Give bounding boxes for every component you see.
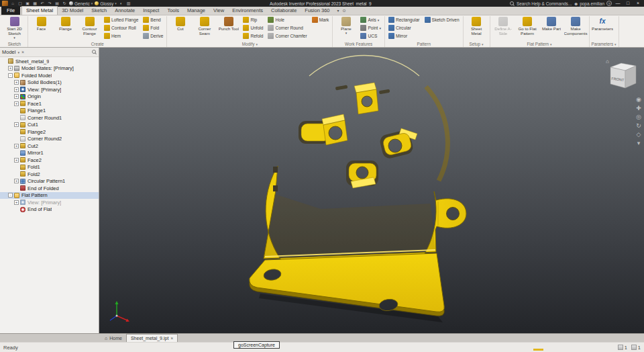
ribbon-tab-view[interactable]: View — [209, 7, 228, 15]
search-help-label[interactable]: Search Help & Commands... — [517, 1, 572, 6]
browser-node-flange2[interactable]: Flange2 — [0, 128, 99, 136]
print-icon[interactable]: ▤ — [54, 1, 60, 6]
search-icon[interactable] — [510, 1, 515, 6]
flange-button[interactable]: Flange — [54, 16, 76, 32]
look-at-icon[interactable]: ◇ — [635, 131, 643, 138]
ribbon-tab-manage[interactable]: Manage — [183, 7, 209, 15]
hole-button[interactable]: Hole — [266, 16, 308, 24]
browser-node-flange1[interactable]: Flange1 — [0, 107, 99, 115]
ribbon-tab-tools[interactable]: Tools — [163, 7, 183, 15]
save-icon[interactable]: ▦ — [32, 1, 38, 6]
ribbon-tab-environments[interactable]: Environments — [228, 7, 267, 15]
browser-node-view-primary[interactable]: +View: [Primary] — [0, 199, 99, 206]
browser-node-view-primary[interactable]: +View: [Primary] — [0, 86, 99, 93]
expand-icon[interactable]: + — [14, 144, 19, 148]
expand-icon[interactable]: + — [14, 200, 19, 205]
undo-icon[interactable]: ↶ — [40, 1, 45, 6]
ribbon-tab-file[interactable]: File — [1, 7, 20, 15]
new-file-icon[interactable]: ▢ — [17, 1, 23, 6]
close-button[interactable]: × — [634, 0, 642, 7]
bend-button[interactable]: Bend — [142, 16, 164, 24]
browser-node-circular-pattern1[interactable]: +Circular Pattern1 — [0, 178, 99, 185]
fold-button[interactable]: Fold — [142, 24, 164, 32]
help-icon[interactable]: ? — [606, 1, 612, 6]
browser-node-cut2[interactable]: +Cut2 — [0, 142, 99, 150]
group-label-modify[interactable]: Modify▾ — [169, 41, 330, 47]
navbar-menu-icon[interactable]: ▾ — [635, 140, 643, 146]
plane-button[interactable]: Plane▾ — [335, 16, 357, 34]
ucs-button[interactable]: UCS — [359, 32, 382, 40]
browser-node-solid-bodies-1[interactable]: +Solid Bodies(1) — [0, 79, 99, 87]
zoom-icon[interactable]: ◎ — [635, 114, 643, 120]
open-file-icon[interactable]: ▣ — [25, 1, 30, 6]
browser-node-sheet-metal-9[interactable]: Sheet_metal_9 — [0, 58, 99, 65]
document-tab-sheet-metal-9[interactable]: Sheet_metal_9.ipt × — [126, 334, 178, 342]
expand-icon[interactable]: + — [14, 122, 19, 127]
mark-button[interactable]: Mark — [311, 16, 331, 24]
punch-tool-button[interactable]: Punch Tool — [217, 16, 239, 32]
collapse-icon[interactable]: - — [8, 73, 13, 78]
expand-icon[interactable]: + — [14, 101, 19, 106]
appearance-dropdown[interactable]: Glossy ▾ — [95, 1, 116, 6]
mirror-button[interactable]: Mirror — [387, 32, 421, 40]
ribbon-tab-sheet-metal[interactable]: Sheet Metal — [21, 6, 58, 15]
browser-node-fold2[interactable]: Fold2 — [0, 171, 99, 178]
axis-button[interactable]: Axis▾ — [359, 16, 382, 24]
inventor-logo-icon[interactable] — [2, 1, 8, 6]
viewport[interactable]: ⌂ FRONT ◉✚◎↻◇▾ — [99, 48, 644, 333]
contour-roll-button[interactable]: Contour Roll — [103, 24, 140, 32]
browser-node-fold1[interactable]: Fold1 — [0, 164, 99, 171]
ribbon-display-toggle-icon[interactable]: ⊙ — [342, 7, 345, 15]
ribbon-tab-sketch[interactable]: Sketch — [87, 7, 111, 15]
browser-node-mirror1[interactable]: Mirror1 — [0, 150, 99, 157]
expand-icon[interactable]: + — [14, 80, 19, 85]
redo-icon[interactable]: ↷ — [47, 1, 52, 6]
browser-search-icon[interactable] — [92, 50, 97, 54]
make-components-button[interactable]: Make Components — [565, 16, 587, 36]
home-icon[interactable]: ⌂ — [10, 1, 15, 6]
update-icon[interactable]: ↻ — [62, 1, 67, 6]
browser-close-icon[interactable]: × — [21, 50, 24, 54]
expand-icon[interactable]: + — [14, 179, 19, 183]
user-account[interactable]: ☻ popa.emilian — [574, 1, 604, 6]
material-dropdown[interactable]: Generic ▾ — [69, 1, 93, 6]
ribbon-tab-annotate[interactable]: Annotate — [111, 7, 139, 15]
browser-node-face1[interactable]: +Face1 — [0, 100, 99, 107]
point-button[interactable]: Point▾ — [359, 24, 382, 32]
lofted-flange-button[interactable]: Lofted Flange — [103, 16, 140, 24]
ribbon-tab-collaborate[interactable]: Collaborate — [267, 7, 301, 15]
corner-seam-button[interactable]: Corner Seam — [193, 16, 215, 36]
group-label-setup[interactable]: Setup▾ — [466, 41, 488, 47]
browser-menu-arrow-icon[interactable]: ▾ — [17, 50, 19, 54]
ribbon-tab-fusion-360[interactable]: Fusion 360 — [301, 7, 333, 15]
browser-node-flat-pattern[interactable]: -Flat Pattern — [0, 192, 99, 200]
browser-node-end-of-flat[interactable]: End of Flat — [0, 206, 99, 214]
start-2d-sketch-button[interactable]: Start 2D Sketch▾ — [3, 16, 25, 39]
circular-button[interactable]: Circular — [387, 24, 421, 32]
measure-icon[interactable]: ▥ — [126, 1, 131, 6]
make-part-button[interactable]: Make Part — [541, 16, 563, 32]
browser-node-model-states-primary[interactable]: +Model States: [Primary] — [0, 65, 99, 73]
browser-node-folded-model[interactable]: -Folded Model — [0, 72, 99, 79]
adjust-appearance-icon[interactable]: ◐ — [119, 1, 124, 6]
browser-node-corner-round1[interactable]: Corner Round1 — [0, 114, 99, 122]
sketch-driven-button[interactable]: Sketch Driven — [423, 16, 461, 24]
face-button[interactable]: Face — [30, 16, 52, 32]
refold-button[interactable]: Refold — [241, 32, 264, 40]
browser-node-corner-round2[interactable]: Corner Round2 — [0, 136, 99, 143]
viewcube[interactable]: ⌂ FRONT — [604, 56, 639, 94]
browser-title[interactable]: Model — [2, 49, 15, 55]
pan-icon[interactable]: ✚ — [635, 105, 643, 112]
browser-node-end-of-folded[interactable]: End of Folded — [0, 185, 99, 192]
browser-node-cut1[interactable]: +Cut1 — [0, 122, 99, 129]
collapse-icon[interactable]: - — [8, 193, 13, 197]
hem-button[interactable]: Hem — [103, 32, 140, 40]
sheet-metal-defaults-button[interactable]: Sheet Metal Defaults — [466, 16, 488, 36]
home-tab[interactable]: ⌂ Home — [101, 335, 126, 342]
derive-button[interactable]: Derive — [142, 32, 164, 40]
browser-node-origin[interactable]: +Origin — [0, 93, 99, 101]
parameters-button[interactable]: fxParameters — [592, 16, 614, 32]
browser-node-face2[interactable]: +Face2 — [0, 157, 99, 164]
orbit-icon[interactable]: ↻ — [635, 122, 643, 129]
group-label-parameters[interactable]: Parameters▾ — [592, 41, 616, 47]
